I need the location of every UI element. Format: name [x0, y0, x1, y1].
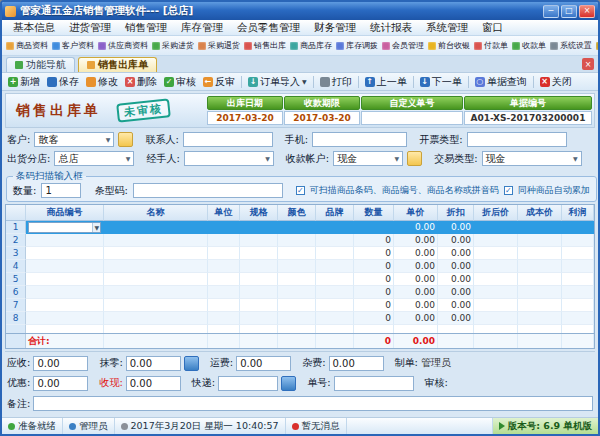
express-lookup-button[interactable]	[281, 376, 296, 391]
doc-no-field[interactable]: A01-XS-201703200001	[464, 111, 592, 125]
toolbar-button-product[interactable]: 商品资料	[4, 38, 50, 54]
menu-item-sales-mgmt[interactable]: 销售管理	[118, 21, 174, 35]
discount-field[interactable]: 0.00	[33, 376, 88, 391]
tab-close-button[interactable]: ×	[582, 58, 594, 70]
branch-select[interactable]: 总店▼	[54, 151, 134, 166]
toolbar-button-transfer[interactable]: 库存调拨	[334, 38, 380, 54]
action-print-button[interactable]: 打印	[317, 74, 355, 89]
cashier-icon	[428, 42, 436, 50]
toolbar-button-cashier[interactable]: 前台收银	[426, 38, 472, 54]
status-message-segment[interactable]: 暂无消息	[286, 418, 347, 434]
row-number: 6	[6, 286, 26, 299]
scan-option-checkbox[interactable]: ✓	[296, 186, 305, 195]
rounding-button[interactable]	[184, 356, 199, 371]
action-edit-button[interactable]: 修改	[83, 74, 121, 89]
account-lookup-button[interactable]	[407, 151, 422, 166]
toolbar-button-supplier[interactable]: 供应商资料	[96, 38, 150, 54]
product-code-combobox[interactable]: ▼	[28, 222, 101, 233]
express-field[interactable]	[218, 376, 278, 391]
barcode-groupbox: 条码扫描输入框 数量: 1 条型码: ✓ 可扫描商品条码、商品编号、商品名称或拼…	[6, 170, 597, 202]
version-text: 版本号: 6.9 单机版	[508, 420, 592, 433]
toolbar-button-sales-out[interactable]: 销售出库	[242, 38, 288, 54]
rounding-field[interactable]: 0.00	[126, 356, 181, 371]
custom-no-field[interactable]	[361, 111, 463, 125]
handler-select[interactable]: ▼	[184, 151, 274, 166]
barcode-qty-field[interactable]: 1	[41, 183, 81, 198]
freight-field[interactable]: 0.00	[236, 356, 291, 371]
action-import-button[interactable]: ↓订单导入▼	[245, 74, 310, 89]
query-icon: ○	[475, 77, 485, 87]
contact-field[interactable]	[183, 132, 273, 147]
due-date-field[interactable]: 2017-03-20	[284, 111, 360, 125]
table-row-4[interactable]: 400.000.00	[6, 260, 594, 273]
action-query-button[interactable]: ○单据查询	[472, 74, 530, 89]
toolbar-button-customer[interactable]: 客户资料	[50, 38, 96, 54]
menu-item-report-stats[interactable]: 统计报表	[363, 21, 419, 35]
toolbar-button-receipt[interactable]: 收款单	[510, 38, 548, 54]
doc-no-header: 单据编号	[464, 96, 592, 110]
column-header: 颜色	[278, 205, 316, 221]
menu-item-basic-info[interactable]: 基本信息	[6, 21, 62, 35]
handler-label: 经手人:	[146, 152, 179, 166]
due-date-header: 收款期限	[284, 96, 360, 110]
action-save-button[interactable]: 保存	[44, 74, 82, 89]
column-header: 折后价	[474, 205, 518, 221]
toolbar-button-purchase-in[interactable]: 采购进货	[150, 38, 196, 54]
cash-received-field[interactable]: 0.00	[126, 376, 181, 391]
tab-function-nav[interactable]: 功能导航	[6, 57, 75, 72]
action-approve-button[interactable]: ✓审核	[161, 74, 199, 89]
table-row-7[interactable]: 700.000.00	[6, 299, 594, 312]
table-row-5[interactable]: 500.000.00	[6, 273, 594, 286]
table-total-row: 合计: 0 0.00	[6, 333, 594, 348]
message-text: 暂无消息	[302, 420, 340, 433]
action-add-button[interactable]: +新增	[5, 74, 43, 89]
action-close-button[interactable]: ×关闭	[537, 74, 575, 89]
barcode-input[interactable]	[133, 183, 283, 198]
minimize-button[interactable]: ─	[543, 5, 559, 18]
out-date-field[interactable]: 2017-03-20	[207, 111, 283, 125]
misc-fee-field[interactable]: 0.00	[329, 356, 384, 371]
menu-item-system-mgmt[interactable]: 系统管理	[419, 21, 475, 35]
table-row-1[interactable]: 1▼0.000.00	[6, 221, 594, 234]
tab-sales-order[interactable]: 销售出库单	[78, 57, 157, 72]
trade-type-select[interactable]: 现金▼	[482, 151, 582, 166]
menu-item-inventory-mgmt[interactable]: 库存管理	[174, 21, 230, 35]
toolbar-button-settings[interactable]: 系统设置	[548, 38, 594, 54]
toolbar-button-password[interactable]: 修改密码	[594, 38, 598, 54]
tab-label: 销售出库单	[98, 58, 148, 72]
customer-field[interactable]: 散客▼	[34, 132, 114, 147]
action-delete-button[interactable]: ×删除	[122, 74, 160, 89]
toolbar-label: 系统设置	[560, 40, 592, 51]
action-next-button[interactable]: ↓下一单	[417, 74, 465, 89]
menu-item-window[interactable]: 窗口	[475, 21, 510, 35]
toolbar-button-member[interactable]: 会员管理	[380, 38, 426, 54]
mobile-field[interactable]	[312, 132, 407, 147]
invoice-type-field[interactable]	[467, 132, 567, 147]
menu-item-finance-mgmt[interactable]: 财务管理	[307, 21, 363, 35]
toolbar-button-purchase-return[interactable]: 采购退货	[196, 38, 242, 54]
tracking-no-label: 单号:	[307, 376, 330, 390]
toolbar-button-stock[interactable]: 商品库存	[288, 38, 334, 54]
table-row-8[interactable]: 800.000.00	[6, 312, 594, 325]
accumulate-checkbox[interactable]: ✓	[504, 186, 513, 195]
menu-item-member-retail-mgmt[interactable]: 会员零售管理	[230, 21, 307, 35]
action-prev-button[interactable]: ↑上一单	[362, 74, 410, 89]
action-unapprove-button[interactable]: ←反审	[200, 74, 238, 89]
chevron-down-icon: ▼	[126, 155, 131, 162]
remark-field[interactable]	[33, 396, 593, 411]
table-row-2[interactable]: 200.000.00	[6, 234, 594, 247]
receivable-field[interactable]: 0.00	[33, 356, 88, 371]
column-header: 单位	[208, 205, 240, 221]
maker-label: 制单:	[395, 356, 418, 370]
payment-icon	[474, 42, 482, 50]
toolbar-button-payment[interactable]: 付款单	[472, 38, 510, 54]
customer-lookup-button[interactable]	[118, 132, 133, 147]
tracking-no-field[interactable]	[334, 376, 414, 391]
table-row-3[interactable]: 300.000.00	[6, 247, 594, 260]
close-button[interactable]: ×	[579, 5, 595, 18]
row-number: 4	[6, 260, 26, 273]
menu-item-purchase-mgmt[interactable]: 进货管理	[62, 21, 118, 35]
table-row-6[interactable]: 600.000.00	[6, 286, 594, 299]
maximize-button[interactable]: □	[561, 5, 577, 18]
account-select[interactable]: 现金▼	[333, 151, 403, 166]
